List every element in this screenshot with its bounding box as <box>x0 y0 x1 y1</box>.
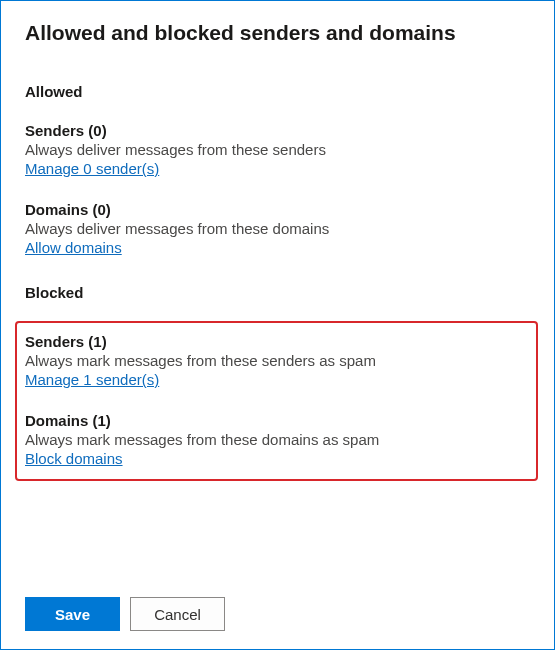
blocked-domains-title: Domains (1) <box>25 412 528 429</box>
allowed-heading: Allowed <box>25 83 530 100</box>
allowed-domains-group: Domains (0) Always deliver messages from… <box>25 201 530 256</box>
allowed-domains-description: Always deliver messages from these domai… <box>25 220 530 237</box>
blocked-domains-description: Always mark messages from these domains … <box>25 431 528 448</box>
allowed-senders-description: Always deliver messages from these sende… <box>25 141 530 158</box>
allowed-senders-title: Senders (0) <box>25 122 530 139</box>
blocked-domains-group: Domains (1) Always mark messages from th… <box>25 412 528 467</box>
save-button[interactable]: Save <box>25 597 120 631</box>
allowed-senders-group: Senders (0) Always deliver messages from… <box>25 122 530 177</box>
button-row: Save Cancel <box>25 597 225 631</box>
manage-allowed-senders-link[interactable]: Manage 0 sender(s) <box>25 160 159 177</box>
block-domains-link[interactable]: Block domains <box>25 450 123 467</box>
allowed-section: Allowed Senders (0) Always deliver messa… <box>25 83 530 256</box>
blocked-highlight-box: Senders (1) Always mark messages from th… <box>15 321 538 481</box>
blocked-heading: Blocked <box>25 284 530 301</box>
blocked-senders-group: Senders (1) Always mark messages from th… <box>25 333 528 388</box>
panel-title: Allowed and blocked senders and domains <box>25 21 530 45</box>
cancel-button[interactable]: Cancel <box>130 597 225 631</box>
allowed-domains-title: Domains (0) <box>25 201 530 218</box>
settings-panel: Allowed and blocked senders and domains … <box>0 0 555 650</box>
manage-blocked-senders-link[interactable]: Manage 1 sender(s) <box>25 371 159 388</box>
blocked-senders-title: Senders (1) <box>25 333 528 350</box>
allow-domains-link[interactable]: Allow domains <box>25 239 122 256</box>
blocked-senders-description: Always mark messages from these senders … <box>25 352 528 369</box>
blocked-section: Blocked Senders (1) Always mark messages… <box>25 284 530 481</box>
